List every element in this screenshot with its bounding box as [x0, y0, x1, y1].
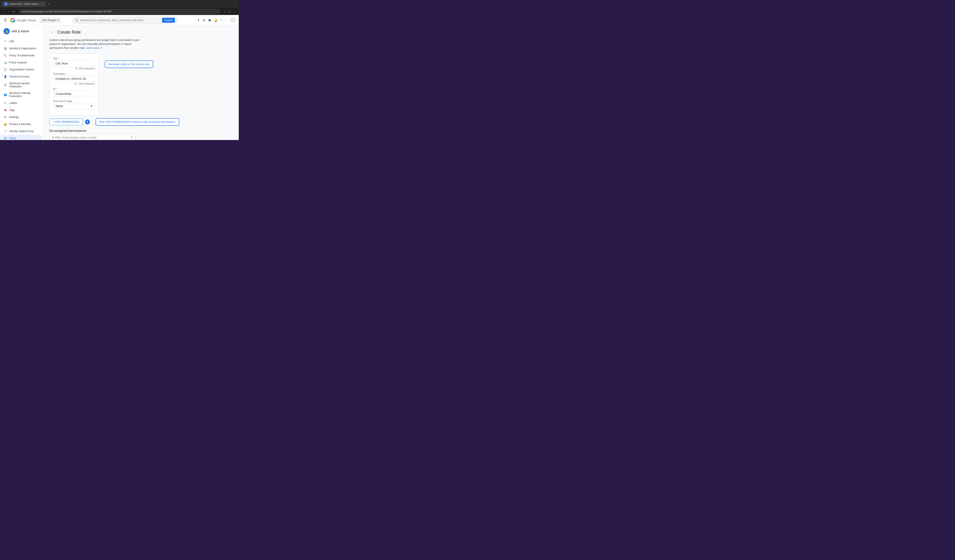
google-cloud-icon — [10, 18, 16, 23]
back-button[interactable]: ← — [49, 29, 55, 36]
sidebar-header: 🔒 IAM & Admin — [0, 25, 44, 37]
privacy-security-icon: 🔐 — [3, 122, 7, 126]
tab-favicon — [5, 2, 8, 6]
add-permissions-button[interactable]: + ADD PERMISSIONS — [49, 119, 83, 125]
hamburger-menu[interactable]: ☰ — [3, 17, 8, 23]
avatar[interactable] — [230, 17, 236, 23]
roles-icon — [3, 136, 7, 140]
sidebar-item-policy-troubleshooter-label: Policy Troubleshooter — [9, 54, 34, 57]
google-cloud-logo: Google Cloud — [10, 18, 36, 23]
launch-stage-select[interactable]: Alpha Beta General Availability Disabled — [53, 103, 95, 109]
project-selector[interactable]: C4C Project ▾ — [40, 18, 61, 23]
tab-title: Create Role – IAM & Admin – — [9, 3, 41, 5]
identity-aware-proxy-icon: 🛡 — [3, 129, 7, 133]
workforce-identity-icon: 👥 — [3, 93, 7, 97]
google-cloud-text: Google Cloud — [17, 19, 36, 22]
sidebar-item-settings[interactable]: ⚙ Settings — [0, 114, 42, 121]
search-input[interactable] — [80, 19, 160, 22]
sidebar-item-iam-label: IAM — [9, 40, 14, 43]
display-icon[interactable]: 💻 — [208, 19, 211, 22]
columns-icon[interactable]: ⋮⋮ — [134, 136, 139, 139]
nav-back-btn[interactable]: ← — [3, 10, 6, 13]
sidebar-item-labels[interactable]: 🏷 Labels — [0, 100, 42, 106]
browser-tab[interactable]: Create Role – IAM & Admin – × — [2, 1, 46, 7]
address-actions: ☆ ◻ ⋮ — [224, 10, 236, 13]
search-button[interactable]: Search — [162, 18, 175, 23]
id-label: ID * — [53, 87, 95, 90]
learn-more-link[interactable]: Learn more — [86, 47, 99, 50]
labels-icon: 🏷 — [3, 101, 7, 105]
filter-icon: ▼ Filter — [52, 136, 61, 139]
sidebar-item-identity-aware-proxy[interactable]: 🛡 Identity-Aware Proxy — [0, 128, 42, 135]
add-permissions-row: + ADD PERMISSIONS 5 Click 'ADD PERMISSIO… — [49, 118, 182, 126]
permissions-section: No assigned permissions ▼ Filter ? ⋮⋮ Pe… — [49, 129, 142, 140]
sidebar-item-org-policies[interactable]: 📋 Organization Policies — [0, 66, 42, 73]
help-icon[interactable]: ? — [220, 19, 222, 22]
sidebar-item-workload-identity-label: Workload Identity Federation — [9, 82, 39, 88]
search-bar: 🔍 Search — [72, 17, 178, 24]
url-bar[interactable]: console.cloud.google.com/iam-admin/roles… — [19, 9, 220, 14]
new-tab-btn[interactable]: + — [48, 2, 50, 6]
sidebar-item-service-accounts[interactable]: 👤 Service Accounts — [0, 73, 42, 80]
org-policies-icon: 📋 — [3, 68, 7, 71]
browser-chrome: Create Role – IAM & Admin – × + — [0, 0, 239, 8]
page-description: Custom roles let you group permissions a… — [49, 38, 142, 50]
service-accounts-icon: 👤 — [3, 75, 7, 78]
launch-stage-label: Role launch stage — [53, 100, 95, 102]
identity-org-icon: 🏢 — [3, 47, 7, 50]
id-input[interactable] — [53, 91, 95, 97]
project-name: C4C Project — [42, 19, 56, 22]
sidebar-item-workforce-identity[interactable]: 👥 Workforce Identity Federation — [0, 90, 42, 100]
url-text: console.cloud.google.com/iam-admin/roles… — [21, 10, 112, 13]
sidebar-item-policy-troubleshooter[interactable]: 🔍 Policy Troubleshooter — [0, 52, 42, 59]
permissions-section-title: No assigned permissions — [49, 129, 142, 133]
policy-analyzer-icon: 📊 — [3, 61, 7, 64]
iam-admin-icon: 🔒 — [3, 28, 10, 34]
sidebar-item-tags[interactable]: 🔖 Tags — [0, 106, 42, 114]
sidebar-nav: 🛡 IAM 🏢 Identity & Organization 🔍 Policy… — [0, 37, 44, 140]
dots-menu-icon[interactable]: ⋮ — [224, 19, 227, 22]
sidebar-item-identity-org[interactable]: 🏢 Identity & Organization — [0, 45, 42, 52]
profile-icon[interactable]: ◻ — [229, 10, 231, 13]
sidebar-item-identity-org-label: Identity & Organization — [9, 47, 36, 50]
bell-icon[interactable]: 🔔 — [214, 19, 218, 22]
tab-close-btn[interactable]: × — [42, 2, 43, 6]
delete-icon[interactable]: 🗑 — [202, 19, 205, 22]
title-input[interactable] — [53, 60, 95, 67]
sidebar-item-identity-aware-proxy-label: Identity-Aware Proxy — [9, 129, 34, 133]
search-bar-container: 🔍 Search — [72, 17, 178, 24]
main-content: ← Create Role Custom roles let you group… — [44, 25, 239, 140]
nav-refresh-btn[interactable]: ↻ — [13, 10, 15, 13]
top-header: ☰ Google Cloud C4C Project ▾ 🔍 Search ⬆ … — [0, 15, 239, 25]
permissions-table-container: ▼ Filter ? ⋮⋮ Permission ↑ Status — [49, 134, 142, 140]
sidebar-item-labels-label: Labels — [9, 101, 17, 105]
project-dropdown-icon: ▾ — [58, 19, 59, 22]
sidebar-item-workforce-identity-label: Workforce Identity Federation — [9, 92, 39, 98]
help-icon-perms[interactable]: ? — [131, 136, 132, 139]
sidebar-item-workload-identity[interactable]: 🔗 Workload Identity Federation — [0, 80, 42, 90]
upload-icon[interactable]: ⬆ — [197, 19, 200, 22]
sidebar-item-privacy-security[interactable]: 🔐 Privacy & Security — [0, 121, 42, 128]
description-char-count: 22 / 256 characters — [53, 82, 95, 85]
nav-forward-btn[interactable]: → — [8, 10, 11, 13]
sidebar-item-policy-analyzer[interactable]: 📊 Policy Analyzer — [0, 59, 42, 66]
sidebar-item-roles-label: Roles — [9, 137, 16, 140]
policy-troubleshooter-icon: 🔍 — [3, 54, 7, 57]
title-label: Title * — [53, 57, 95, 60]
permissions-filter-input[interactable] — [62, 136, 130, 139]
iam-icon: 🛡 — [3, 40, 7, 43]
title-callout: Generate a title for the custom role. — [105, 61, 153, 68]
bookmark-icon[interactable]: ☆ — [224, 10, 226, 13]
app-container: ☰ Google Cloud C4C Project ▾ 🔍 Search ⬆ … — [0, 15, 239, 140]
sidebar-item-iam[interactable]: 🛡 IAM — [0, 38, 42, 45]
sidebar-item-roles[interactable]: Roles — [0, 135, 42, 140]
description-input[interactable] — [53, 75, 95, 82]
search-icon: 🔍 — [75, 19, 78, 22]
description-label: Description — [53, 72, 95, 75]
title-char-count: 8 / 100 characters — [53, 67, 95, 70]
workload-identity-icon: 🔗 — [3, 83, 7, 87]
menu-icon[interactable]: ⋮ — [233, 10, 236, 13]
sidebar-item-tags-label: Tags — [9, 109, 15, 112]
id-field: ID * — [53, 87, 95, 97]
form-callout-row: Title * 8 / 100 characters Description 2… — [49, 53, 233, 118]
